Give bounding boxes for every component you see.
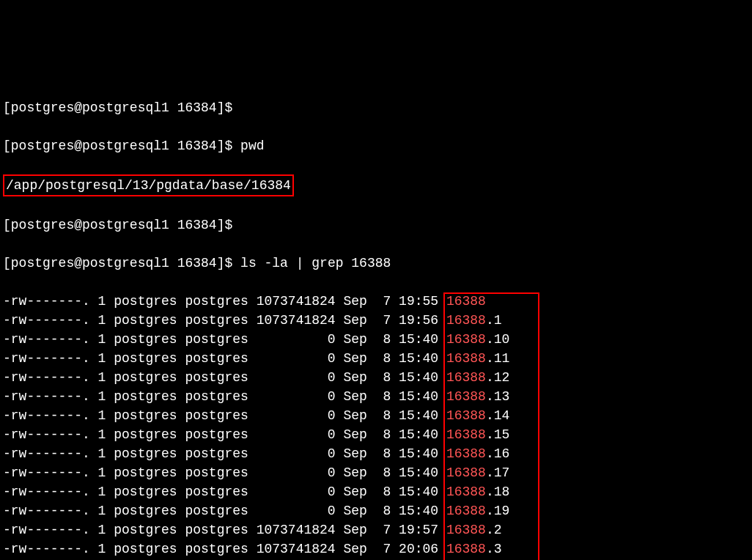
file-name: 16388 <box>446 313 486 328</box>
file-suffix: .12 <box>486 370 509 385</box>
file-name: 16388 <box>446 332 486 347</box>
file-row: -rw-------. 1 postgres postgres 10737418… <box>3 292 749 311</box>
file-row: -rw-------. 1 postgres postgres 0 Sep 8 … <box>3 368 749 387</box>
file-meta: -rw-------. 1 postgres postgres 0 Sep 8 … <box>3 465 446 480</box>
file-row: -rw-------. 1 postgres postgres 0 Sep 8 … <box>3 406 749 425</box>
file-row: -rw-------. 1 postgres postgres 0 Sep 8 … <box>3 387 749 406</box>
file-suffix: .1 <box>486 313 502 328</box>
file-name: 16388 <box>446 485 486 499</box>
file-row: -rw-------. 1 postgres postgres 10737418… <box>3 311 749 330</box>
file-meta: -rw-------. 1 postgres postgres 10737418… <box>3 523 446 537</box>
file-name: 16388 <box>446 351 486 366</box>
file-row: -rw-------. 1 postgres postgres 0 Sep 8 … <box>3 425 749 444</box>
file-meta: -rw-------. 1 postgres postgres 0 Sep 8 … <box>3 504 446 518</box>
file-row: -rw-------. 1 postgres postgres 0 Sep 8 … <box>3 463 749 482</box>
file-row: -rw-------. 1 postgres postgres 10737418… <box>3 539 749 559</box>
pwd-output-highlight: /app/postgresql/13/pgdata/base/16384 <box>3 174 294 196</box>
prompt-line: [postgres@postgresql1 16384]$ <box>3 215 749 235</box>
file-suffix: .13 <box>486 389 509 404</box>
file-meta: -rw-------. 1 postgres postgres 10737418… <box>3 313 446 328</box>
file-meta: -rw-------. 1 postgres postgres 0 Sep 8 … <box>3 408 446 423</box>
file-suffix: .18 <box>486 485 509 499</box>
file-suffix: .10 <box>486 332 509 347</box>
file-meta: -rw-------. 1 postgres postgres 0 Sep 8 … <box>3 389 446 404</box>
file-name: 16388 <box>446 427 486 442</box>
file-name: 16388 <box>446 504 486 518</box>
file-suffix: .15 <box>486 427 509 442</box>
file-row: -rw-------. 1 postgres postgres 0 Sep 8 … <box>3 330 749 349</box>
file-suffix: .11 <box>486 351 509 366</box>
file-meta: -rw-------. 1 postgres postgres 0 Sep 8 … <box>3 485 446 499</box>
file-name: 16388 <box>446 523 486 537</box>
file-name: 16388 <box>446 465 486 480</box>
prompt-line: [postgres@postgresql1 16384]$ ls -la | g… <box>3 254 749 273</box>
file-row: -rw-------. 1 postgres postgres 10737418… <box>3 520 749 539</box>
file-suffix: .19 <box>486 504 509 518</box>
file-row: -rw-------. 1 postgres postgres 0 Sep 8 … <box>3 444 749 463</box>
file-meta: -rw-------. 1 postgres postgres 0 Sep 8 … <box>3 351 446 366</box>
file-name: 16388 <box>446 370 486 385</box>
file-name: 16388 <box>446 389 486 404</box>
command-ls: ls -la | grep 16388 <box>240 256 391 270</box>
shell-prompt: [postgres@postgresql1 16384]$ <box>3 256 232 270</box>
file-meta: -rw-------. 1 postgres postgres 0 Sep 8 … <box>3 370 446 385</box>
terminal[interactable]: [postgres@postgresql1 16384]$ [postgres@… <box>3 79 749 560</box>
file-name: 16388 <box>446 446 486 461</box>
prompt-line: [postgres@postgresql1 16384]$ pwd <box>3 136 749 155</box>
file-meta: -rw-------. 1 postgres postgres 0 Sep 8 … <box>3 427 446 442</box>
pwd-output: /app/postgresql/13/pgdata/base/16384 <box>6 178 291 193</box>
shell-prompt: [postgres@postgresql1 16384]$ <box>3 218 232 232</box>
file-meta: -rw-------. 1 postgres postgres 10737418… <box>3 294 446 309</box>
file-suffix: .2 <box>486 523 502 537</box>
shell-prompt: [postgres@postgresql1 16384]$ <box>3 100 232 115</box>
file-meta: -rw-------. 1 postgres postgres 0 Sep 8 … <box>3 446 446 461</box>
ls-output: -rw-------. 1 postgres postgres 10737418… <box>3 292 749 560</box>
file-row: -rw-------. 1 postgres postgres 0 Sep 8 … <box>3 482 749 501</box>
shell-prompt: [postgres@postgresql1 16384]$ <box>3 139 232 153</box>
file-suffix: .3 <box>486 542 502 556</box>
file-suffix: .16 <box>486 446 509 461</box>
command-pwd: pwd <box>240 139 264 153</box>
file-name: 16388 <box>446 542 486 556</box>
prompt-line: [postgres@postgresql1 16384]$ <box>3 98 749 117</box>
pwd-output-line: /app/postgresql/13/pgdata/base/16384 <box>3 174 749 196</box>
file-row: -rw-------. 1 postgres postgres 0 Sep 8 … <box>3 349 749 368</box>
file-meta: -rw-------. 1 postgres postgres 10737418… <box>3 542 446 556</box>
file-suffix: .17 <box>486 465 509 480</box>
file-name: 16388 <box>446 294 486 309</box>
file-meta: -rw-------. 1 postgres postgres 0 Sep 8 … <box>3 332 446 347</box>
file-suffix: .14 <box>486 408 509 423</box>
file-name: 16388 <box>446 408 486 423</box>
file-row: -rw-------. 1 postgres postgres 0 Sep 8 … <box>3 501 749 520</box>
